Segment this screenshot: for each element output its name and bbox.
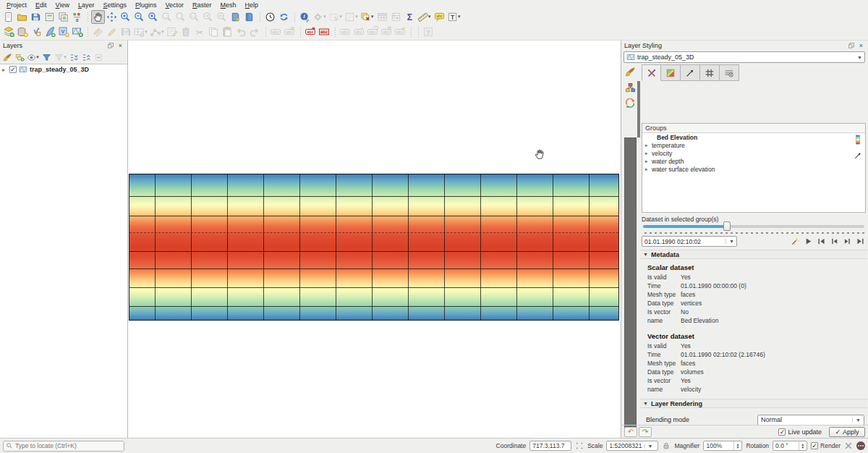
next-frame-icon[interactable]: [841, 235, 853, 247]
menu-view[interactable]: View: [51, 1, 74, 9]
groups-list[interactable]: Groups Bed Elevation▸temperature▸velocit…: [642, 123, 866, 213]
vertex-tool-icon[interactable]: ▼: [149, 25, 166, 39]
style-manager-icon[interactable]: a: [70, 10, 84, 24]
group-row-velocity[interactable]: ▸velocity: [642, 149, 865, 157]
select-by-value-icon[interactable]: ▼: [344, 10, 359, 24]
history-tab-icon[interactable]: [621, 96, 639, 111]
menu-vector[interactable]: Vector: [161, 1, 189, 9]
zoom-next-icon[interactable]: [215, 10, 229, 24]
layout-manager-icon[interactable]: [56, 10, 70, 24]
edit-label-icon[interactable]: abc: [393, 25, 407, 39]
live-update-checkbox[interactable]: ✓: [778, 428, 786, 436]
layer-checkbox[interactable]: ✓: [9, 66, 17, 73]
lock-scale-icon[interactable]: [662, 441, 671, 450]
tab-datasets[interactable]: [642, 64, 661, 81]
expand-arrow-icon[interactable]: ▸: [645, 158, 650, 164]
new-virtual-layer-icon[interactable]: [70, 25, 84, 39]
new-spatial-bookmark-icon[interactable]: [229, 10, 242, 24]
menu-mesh[interactable]: Mesh: [216, 1, 241, 9]
text-annotation-icon[interactable]: T▼: [446, 10, 462, 24]
extents-icon[interactable]: [575, 441, 584, 450]
measure-icon[interactable]: ▼: [417, 10, 433, 24]
menu-layer[interactable]: Layer: [74, 1, 99, 9]
scale-combo[interactable]: 1:52008321▼: [606, 441, 658, 451]
render-checkbox[interactable]: ✓: [811, 442, 818, 449]
open-attribute-table-icon[interactable]: [375, 10, 389, 24]
tab-contours[interactable]: [661, 64, 681, 81]
mesh-groups-tab-icon[interactable]: [621, 80, 639, 96]
menu-plugins[interactable]: Plugins: [131, 1, 161, 9]
symbology-tab-icon[interactable]: [621, 64, 639, 80]
expand-arrow-icon[interactable]: ▸: [645, 151, 650, 156]
zoom-native-icon[interactable]: 1:1: [187, 10, 201, 24]
float-panel-icon[interactable]: [106, 42, 114, 49]
pan-to-selection-icon[interactable]: [105, 10, 119, 24]
group-row-water-surface-elevation[interactable]: ▸water surface elevation: [642, 165, 865, 173]
rotate-label-icon[interactable]: abc: [366, 25, 380, 39]
scrollbar-handle[interactable]: [624, 137, 637, 428]
cut-features-icon[interactable]: ✂: [193, 25, 207, 39]
tab-mesh-frame[interactable]: [700, 64, 720, 81]
magnifier-spinbox[interactable]: 100%▲▼: [703, 441, 742, 451]
menu-project[interactable]: Project: [2, 1, 31, 9]
new-temporary-layer-icon[interactable]: V: [56, 25, 70, 39]
prev-frame-icon[interactable]: [828, 235, 840, 247]
current-edits-icon[interactable]: [91, 25, 105, 39]
filter-by-expression-icon[interactable]: ▼: [54, 51, 68, 63]
styled-layer-selector[interactable]: trap_steady_05_3D ▼: [624, 51, 865, 63]
delete-selected-icon[interactable]: [179, 25, 193, 39]
group-row-water-depth[interactable]: ▸water depth: [642, 157, 865, 165]
plugin-placeholder-icon[interactable]: ?: [422, 25, 435, 39]
zoom-last-icon[interactable]: [201, 10, 215, 24]
apply-button[interactable]: ✓ Apply: [829, 427, 865, 437]
layer-row[interactable]: ▸ ✓ trap_steady_05_3D: [0, 64, 127, 75]
open-project-icon[interactable]: [15, 10, 29, 24]
layer-diagram-options-icon[interactable]: abc: [318, 25, 331, 39]
layer-rendering-section-header[interactable]: ▼ Layer Rendering: [640, 399, 867, 408]
zoom-to-selection-icon[interactable]: [160, 10, 174, 24]
play-icon[interactable]: [802, 235, 814, 247]
zoom-full-icon[interactable]: [146, 10, 160, 24]
refresh-icon[interactable]: [277, 10, 291, 24]
expand-arrow-icon[interactable]: ▸: [645, 143, 650, 148]
new-project-icon[interactable]: [1, 10, 15, 24]
time-slider[interactable]: [643, 225, 864, 228]
locate-box[interactable]: [3, 441, 124, 452]
crs-tools-icon[interactable]: [844, 441, 853, 450]
tab-vectors[interactable]: [681, 64, 700, 81]
identify-features-icon[interactable]: i: [298, 10, 312, 24]
new-print-layout-icon[interactable]: [43, 10, 56, 24]
redo-icon[interactable]: [248, 25, 262, 39]
run-feature-action-icon[interactable]: ▼: [312, 10, 328, 24]
time-slider-handle[interactable]: [723, 221, 731, 231]
menu-edit[interactable]: Edit: [31, 1, 51, 9]
zoom-to-layer-icon[interactable]: [174, 10, 187, 24]
show-bookmarks-icon[interactable]: [242, 10, 256, 24]
locate-input[interactable]: [15, 442, 116, 449]
save-project-icon[interactable]: [29, 10, 43, 24]
tab-averaging[interactable]: [720, 64, 739, 81]
group-row-bed-elevation[interactable]: Bed Elevation: [642, 133, 865, 141]
show-hide-labels-icon[interactable]: abc: [339, 25, 352, 39]
manage-map-themes-icon[interactable]: ▼: [26, 51, 41, 63]
highlight-pinned-labels-icon[interactable]: abc: [269, 25, 283, 39]
menu-help[interactable]: Help: [241, 1, 263, 9]
paste-features-icon[interactable]: [221, 25, 234, 39]
move-label-icon[interactable]: abc: [352, 25, 366, 39]
time-step-combo[interactable]: 01.01.1990 02:10:02 ▼: [642, 236, 737, 247]
last-frame-icon[interactable]: [854, 235, 866, 247]
layers-tree[interactable]: ▸ ✓ trap_steady_05_3D: [0, 64, 127, 438]
float-panel-icon[interactable]: [847, 42, 855, 49]
zoom-out-icon[interactable]: [132, 10, 146, 24]
copy-features-icon[interactable]: [207, 25, 221, 39]
collapse-all-icon[interactable]: [81, 51, 93, 63]
select-features-icon[interactable]: ▼: [328, 10, 344, 24]
redo-style-button[interactable]: ↷: [639, 427, 652, 437]
rotation-spinbox[interactable]: 0.0 °▲▼: [773, 441, 807, 451]
map-canvas[interactable]: [128, 41, 621, 438]
new-shapefile-layer-icon[interactable]: V: [29, 25, 43, 39]
new-record-icon[interactable]: ▼: [132, 25, 149, 39]
toggle-editing-icon[interactable]: [105, 25, 119, 39]
pin-unpin-labels-icon[interactable]: abc: [283, 25, 297, 39]
data-source-manager-icon[interactable]: [1, 25, 15, 39]
